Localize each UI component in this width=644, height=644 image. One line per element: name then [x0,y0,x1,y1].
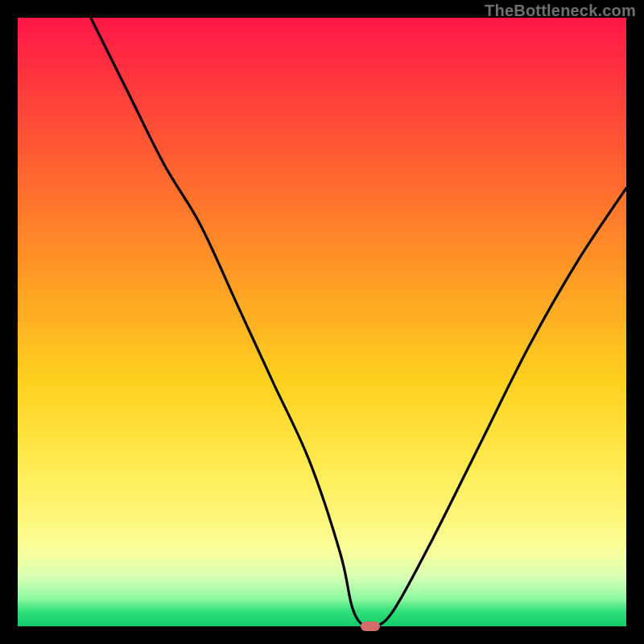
plot-area [18,18,626,626]
bottleneck-curve [91,18,626,629]
chart-frame: TheBottleneck.com [0,0,644,644]
curve-layer [18,18,626,626]
optimal-marker [361,621,380,631]
